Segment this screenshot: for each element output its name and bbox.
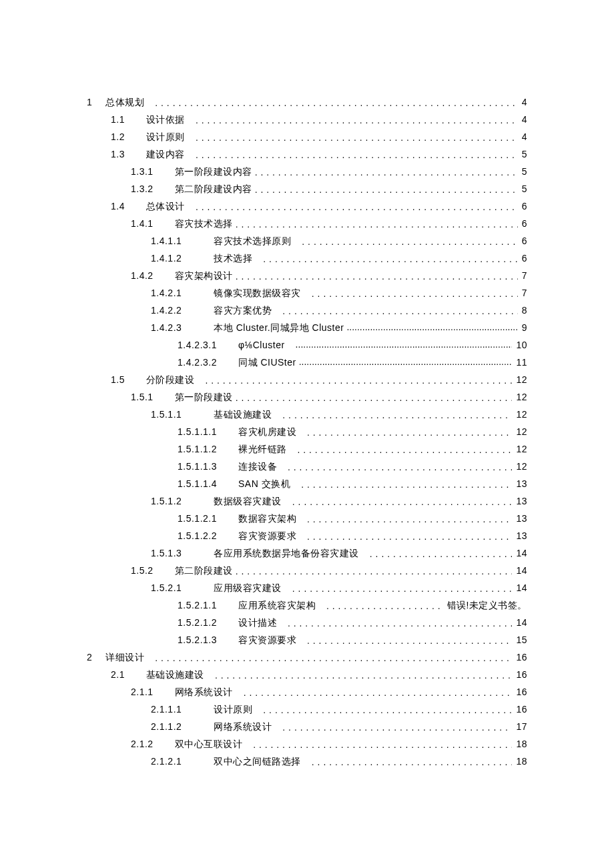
toc-page: 14 <box>516 562 527 579</box>
toc-title: 容灾机房建设 <box>238 423 296 440</box>
toc-entry[interactable]: 1.5.1.1基础设施建设. . . . . . . . . . . . . .… <box>87 406 527 423</box>
toc-title: 网络系统设计 <box>175 683 233 701</box>
toc-number: 1.4.2.3 <box>151 319 182 336</box>
toc-entry[interactable]: 1.5.2.1.3容灾资源要求. . . . . . . . . . . . .… <box>87 631 527 648</box>
toc-entry[interactable]: 2.1.2双中心互联设计. . . . . . . . . . . . . . … <box>87 735 527 753</box>
toc-entry[interactable]: 1.5.1.1.4SAN 交换机. . . . . . . . . . . . … <box>87 475 527 492</box>
toc-entry[interactable]: 1.5.2.1.1应用系统容灾架构. . . . . . . . . . . .… <box>87 596 527 614</box>
toc-entry[interactable]: 2.1.1.1设计原则. . . . . . . . . . . . . . .… <box>87 701 527 718</box>
toc-title: 容灾架构设计 <box>175 267 233 284</box>
toc-title: 应用级容灾建设 <box>214 579 282 596</box>
toc-entry[interactable]: 1.4总体设计. . . . . . . . . . . . . . . . .… <box>87 197 527 215</box>
toc-entry[interactable]: 1.4.2.1镜像实现数据级容灾. . . . . . . . . . . . … <box>87 284 527 302</box>
toc-entry[interactable]: 1.5.1.2.1数据容灾架构. . . . . . . . . . . . .… <box>87 510 527 527</box>
toc-title: 各应用系统数据异地备份容灾建设 <box>214 544 359 562</box>
toc-page: 11 <box>516 354 527 371</box>
toc-entry[interactable]: 1.5.1.1.2裸光纤链路. . . . . . . . . . . . . … <box>87 440 527 458</box>
toc-number: 1.5.2 <box>131 562 154 579</box>
toc-page: 10 <box>516 336 527 354</box>
toc-entry[interactable]: 1.4.2.3.1φ⅛Cluster......................… <box>87 336 527 354</box>
toc-entry[interactable]: 1.3.1第一阶段建设内容. . . . . . . . . . . . . .… <box>87 163 527 180</box>
toc-leader: ........................................… <box>299 354 513 372</box>
toc-page: 错误!未定义书签。 <box>447 596 527 614</box>
toc-number: 2.1.1.2 <box>151 718 182 735</box>
toc-entry[interactable]: 2详细设计. . . . . . . . . . . . . . . . . .… <box>87 648 527 666</box>
toc-entry[interactable]: 1.5.2.1.2设计描述. . . . . . . . . . . . . .… <box>87 614 527 631</box>
toc-number: 1.4 <box>111 197 125 215</box>
toc-entry[interactable]: 1.5.2第二阶段建设. . . . . . . . . . . . . . .… <box>87 562 527 579</box>
toc-leader: . . . . . . . . . . . . . . . . . . . . … <box>307 632 512 649</box>
toc-entry[interactable]: 1.5.1.1.1容灾机房建设. . . . . . . . . . . . .… <box>87 423 527 440</box>
toc-number: 1.4.2.2 <box>151 302 182 319</box>
toc-leader: . . . . . . . . . . . . . . . . . . . . … <box>196 198 518 215</box>
toc-page: 4 <box>522 111 527 128</box>
toc-title: 设计原则 <box>146 128 185 145</box>
toc-entry[interactable]: 1.5分阶段建设. . . . . . . . . . . . . . . . … <box>87 371 527 388</box>
toc-entry[interactable]: 1.4.2.3本地 Cluster.同城异地 Cluster..........… <box>87 319 527 336</box>
toc-title: SAN 交换机 <box>238 475 290 492</box>
page-container: 1总体规划. . . . . . . . . . . . . . . . . .… <box>0 0 614 868</box>
toc-leader: . . . . . . . . . . . . . . . . . . . . … <box>302 233 517 250</box>
toc-page: 16 <box>516 683 527 701</box>
toc-title: 连接设备 <box>238 458 277 475</box>
toc-leader: . . . . . . . . . . . . . . . . . . . . … <box>196 129 518 146</box>
toc-leader: . . . . . . . . . . . . . . . . . . . . … <box>312 753 513 771</box>
toc-entry[interactable]: 2.1基础设施建设. . . . . . . . . . . . . . . .… <box>87 666 527 683</box>
toc-page: 5 <box>522 180 527 197</box>
toc-title: 设计原则 <box>214 701 252 718</box>
toc-title: 建设内容 <box>146 145 185 163</box>
toc-number: 1.5.2.1 <box>151 579 182 596</box>
toc-entry[interactable]: 2.1.1网络系统设计. . . . . . . . . . . . . . .… <box>87 683 527 701</box>
toc-entry[interactable]: 1.5.1第一阶段建设. . . . . . . . . . . . . . .… <box>87 388 527 406</box>
toc-leader: . . . . . . . . . . . . . . . . . . . . … <box>312 285 518 302</box>
toc-entry[interactable]: 2.1.1.2网络系统设计. . . . . . . . . . . . . .… <box>87 718 527 735</box>
toc-number: 1.3.2 <box>131 180 154 197</box>
toc-entry[interactable]: 1.4.2.2容灾方案优势. . . . . . . . . . . . . .… <box>87 302 527 319</box>
toc-title: 网络系统设计 <box>214 718 272 735</box>
toc-title: 第二阶段建设 <box>175 562 233 579</box>
toc-leader: . . . . . . . . . . . . . . . . . . . . … <box>255 163 518 181</box>
toc-entry[interactable]: 1.4.1.2技术选择. . . . . . . . . . . . . . .… <box>87 250 527 267</box>
toc-entry[interactable]: 1.5.2.1应用级容灾建设. . . . . . . . . . . . . … <box>87 579 527 596</box>
toc-entry[interactable]: 1.3.2第二阶段建设内容. . . . . . . . . . . . . .… <box>87 180 527 197</box>
toc-number: 1.5.2.1.3 <box>178 631 217 648</box>
toc-entry[interactable]: 1.4.2容灾架构设计. . . . . . . . . . . . . . .… <box>87 267 527 284</box>
toc-leader: . . . . . . . . . . . . . . . . . . . . … <box>292 493 513 510</box>
toc-title: 双中心之间链路选择 <box>214 753 301 770</box>
toc-number: 1.5.1 <box>131 388 154 406</box>
toc-number: 1.5.2.1.1 <box>178 596 217 614</box>
toc-leader: . . . . . . . . . . . . . . . . . . . . … <box>307 528 512 545</box>
toc-page: 7 <box>522 284 527 302</box>
toc-title: 容灾资源要求 <box>238 527 296 544</box>
toc-number: 1.4.1.1 <box>151 232 182 250</box>
toc-page: 12 <box>516 406 527 423</box>
toc-number: 1.3 <box>111 145 125 163</box>
toc-page: 16 <box>516 701 527 718</box>
toc-entry[interactable]: 1.5.1.3各应用系统数据异地备份容灾建设. . . . . . . . . … <box>87 544 527 562</box>
toc-entry[interactable]: 1总体规划. . . . . . . . . . . . . . . . . .… <box>87 93 527 111</box>
toc-entry[interactable]: 1.4.1容灾技术选择. . . . . . . . . . . . . . .… <box>87 215 527 232</box>
toc-leader: . . . . . . . . . . . . . . . . . . . . … <box>255 181 518 198</box>
toc-entry[interactable]: 1.5.1.1.3连接设备. . . . . . . . . . . . . .… <box>87 458 527 475</box>
toc-page: 6 <box>522 197 527 215</box>
toc-page: 13 <box>516 492 527 510</box>
toc-leader: . . . . . . . . . . . . . . . . . . . . … <box>282 406 512 424</box>
toc-entry[interactable]: 2.1.2.1双中心之间链路选择. . . . . . . . . . . . … <box>87 753 527 770</box>
toc-leader: . . . . . . . . . . . . . . . . . . . . … <box>236 389 513 406</box>
toc-number: 1.5.2.1.2 <box>178 614 217 631</box>
toc-number: 1.5.1.1.3 <box>178 458 217 475</box>
toc-entry[interactable]: 1.3建设内容. . . . . . . . . . . . . . . . .… <box>87 145 527 163</box>
toc-leader: . . . . . . . . . . . . . . . . . . . . … <box>282 719 512 736</box>
toc-number: 2.1.2 <box>131 735 154 753</box>
toc-title: 第二阶段建设内容 <box>175 180 252 197</box>
toc-entry[interactable]: 1.1设计依据. . . . . . . . . . . . . . . . .… <box>87 111 527 128</box>
toc-leader: . . . . . . . . . . . . . . . . . . . . … <box>236 268 518 285</box>
toc-entry[interactable]: 1.4.2.3.2同城 CIUSter.....................… <box>87 354 527 371</box>
toc-page: 17 <box>516 718 527 735</box>
toc-entry[interactable]: 1.5.1.2数据级容灾建设. . . . . . . . . . . . . … <box>87 492 527 510</box>
toc-entry[interactable]: 1.2设计原则. . . . . . . . . . . . . . . . .… <box>87 128 527 145</box>
toc-page: 14 <box>516 579 527 596</box>
toc-number: 1.5.1.3 <box>151 544 182 562</box>
toc-entry[interactable]: 1.5.1.2.2容灾资源要求. . . . . . . . . . . . .… <box>87 527 527 544</box>
toc-entry[interactable]: 1.4.1.1容灾技术选择原则. . . . . . . . . . . . .… <box>87 232 527 250</box>
